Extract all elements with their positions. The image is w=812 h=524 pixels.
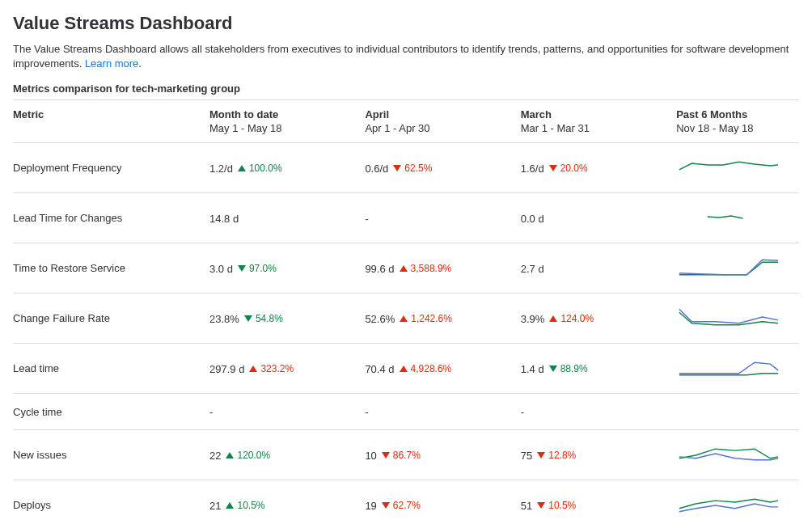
- cell-april: 52.6%1,242.6%: [365, 294, 520, 344]
- trend-indicator: 1,242.6%: [400, 313, 452, 324]
- cell-march: -: [521, 394, 676, 430]
- metrics-table: Metric Month to date May 1 - May 18 Apri…: [13, 99, 799, 524]
- trend-pct: 12.8%: [548, 450, 576, 461]
- cell-march: 1.6/d20.0%: [521, 143, 676, 193]
- trend-pct: 1,242.6%: [411, 313, 452, 324]
- metric-name: Time to Restore Service: [13, 243, 209, 294]
- trend-pct: 3,588.9%: [411, 263, 452, 274]
- trend-pct: 20.0%: [560, 163, 588, 174]
- trend-down-icon: [537, 502, 545, 509]
- cell-spark: [676, 344, 799, 394]
- metric-value: 75: [521, 450, 532, 462]
- trend-down-icon: [382, 452, 390, 458]
- sparkline: [676, 442, 781, 466]
- cell-spark: [676, 430, 799, 480]
- cell-mtd: 1.2/d100.0%: [209, 143, 365, 193]
- trend-up-icon: [549, 315, 557, 322]
- col-april: April Apr 1 - Apr 30: [365, 100, 520, 143]
- trend-up-icon: [400, 315, 408, 322]
- trend-pct: 10.5%: [548, 500, 576, 511]
- cell-mtd: 23.8%54.8%: [209, 294, 365, 344]
- col-past6: Past 6 Months Nov 18 - May 18: [676, 100, 799, 143]
- metric-value: 3.0 d: [209, 263, 233, 275]
- trend-down-icon: [244, 315, 252, 322]
- page-title: Value Streams Dashboard: [13, 13, 799, 34]
- metric-value: 19: [365, 500, 376, 512]
- sparkline-series-2: [679, 310, 778, 323]
- trend-pct: 88.9%: [560, 363, 588, 374]
- sparkline-series-1: [679, 263, 778, 276]
- metric-value: 52.6%: [365, 313, 395, 325]
- metric-name: New issues: [13, 430, 209, 480]
- metric-value: 22: [209, 450, 221, 462]
- cell-april: -: [365, 394, 520, 430]
- cell-spark: [676, 394, 799, 430]
- cell-mtd: 14.8 d: [209, 193, 365, 243]
- page-description: The Value Streams Dashboard allows all s…: [13, 42, 799, 71]
- cell-march: 5110.5%: [521, 480, 676, 524]
- cell-april: 70.4 d4,928.6%: [365, 344, 520, 394]
- sparkline: [676, 492, 781, 516]
- cell-spark: [676, 480, 799, 524]
- trend-pct: 97.0%: [249, 263, 277, 274]
- metric-value: -: [365, 213, 368, 225]
- metric-value: 1.2/d: [209, 163, 233, 175]
- cell-mtd: 3.0 d97.0%: [209, 243, 365, 294]
- trend-down-icon: [382, 502, 390, 509]
- metric-name: Lead Time for Changes: [13, 193, 209, 243]
- trend-indicator: 120.0%: [226, 450, 270, 461]
- table-row: Deployment Frequency1.2/d100.0%0.6/d62.5…: [13, 143, 799, 193]
- table-header-row: Metric Month to date May 1 - May 18 Apri…: [13, 100, 799, 143]
- metric-value: 21: [209, 500, 221, 512]
- sparkline-series-1: [708, 216, 743, 218]
- trend-indicator: 62.5%: [393, 163, 432, 174]
- metric-value: 23.8%: [209, 313, 239, 325]
- trend-pct: 62.5%: [404, 163, 432, 174]
- trend-up-icon: [249, 366, 257, 372]
- metric-value: -: [365, 406, 368, 418]
- sparkline: [676, 154, 781, 179]
- sparkline-series-2: [679, 504, 778, 512]
- trend-up-icon: [400, 366, 408, 372]
- metric-name: Change Failure Rate: [13, 294, 209, 344]
- trend-pct: 100.0%: [249, 163, 282, 174]
- metric-value: -: [209, 406, 213, 418]
- metrics-subhead: Metrics comparison for tech-marketing gr…: [13, 82, 799, 95]
- cell-spark: [676, 193, 799, 243]
- trend-pct: 62.7%: [393, 500, 421, 511]
- cell-mtd: 297.9 d323.2%: [209, 344, 365, 394]
- learn-more-link[interactable]: Learn more: [85, 57, 138, 70]
- table-row: Lead Time for Changes14.8 d-0.0 d: [13, 193, 799, 243]
- trend-up-icon: [226, 502, 234, 509]
- cell-april: -: [365, 193, 520, 243]
- col-mtd: Month to date May 1 - May 18: [209, 100, 365, 143]
- trend-indicator: 88.9%: [549, 363, 588, 374]
- trend-down-icon: [549, 165, 557, 171]
- trend-pct: 124.0%: [560, 313, 594, 324]
- trend-up-icon: [238, 165, 246, 171]
- metric-value: 0.0 d: [521, 213, 544, 225]
- table-row: Change Failure Rate23.8%54.8%52.6%1,242.…: [13, 294, 799, 344]
- table-row: New issues22120.0%1086.7%7512.8%: [13, 430, 799, 480]
- cell-mtd: 2110.5%: [209, 480, 365, 524]
- trend-down-icon: [238, 265, 246, 272]
- cell-march: 2.7 d: [521, 243, 676, 294]
- sparkline: [676, 355, 781, 379]
- sparkline: [676, 255, 781, 279]
- trend-indicator: 62.7%: [382, 500, 421, 511]
- trend-pct: 4,928.6%: [411, 363, 452, 374]
- col-metric: Metric: [13, 100, 209, 143]
- cell-march: 0.0 d: [521, 193, 676, 243]
- metric-value: 3.9%: [521, 313, 545, 325]
- metric-name: Cycle time: [13, 394, 209, 430]
- trend-pct: 86.7%: [393, 450, 421, 461]
- cell-mtd: 22120.0%: [209, 430, 365, 480]
- trend-down-icon: [549, 366, 557, 372]
- trend-indicator: 12.8%: [537, 450, 576, 461]
- metric-name: Deployment Frequency: [13, 143, 209, 193]
- trend-indicator: 97.0%: [238, 263, 277, 274]
- trend-indicator: 4,928.6%: [400, 363, 452, 374]
- cell-april: 1086.7%: [365, 430, 520, 480]
- cell-mtd: -: [209, 394, 365, 430]
- trend-indicator: 20.0%: [549, 163, 588, 174]
